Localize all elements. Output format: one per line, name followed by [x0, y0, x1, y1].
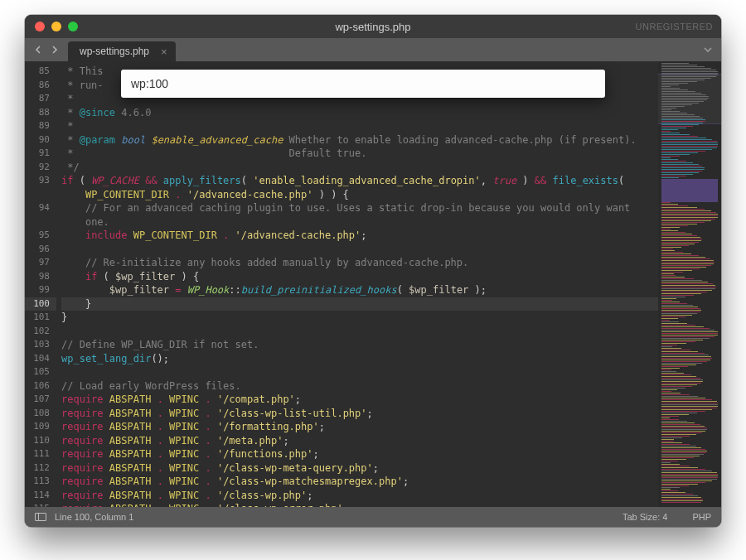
line-number: 97: [25, 256, 50, 270]
code-line: require ABSPATH . WPINC . '/formatting.p…: [61, 420, 658, 434]
line-number: 108: [25, 407, 50, 421]
line-number: [25, 215, 50, 229]
code-line: require ABSPATH . WPINC . '/compat.php';: [61, 393, 658, 407]
code-line: * Default true.: [61, 147, 658, 161]
goto-anything-value: wp:100: [131, 77, 168, 91]
line-number: 94: [25, 201, 50, 215]
code-line: require ABSPATH . WPINC . '/class-wp.php…: [61, 489, 658, 503]
code-line: * @since 4.6.0: [61, 106, 658, 120]
status-syntax[interactable]: PHP: [692, 512, 711, 522]
line-number: 85: [25, 65, 50, 79]
code-line: one.: [61, 215, 658, 229]
line-number: 102: [25, 325, 50, 339]
code-line: * @param bool $enable_advanced_cache Whe…: [61, 133, 658, 147]
goto-anything-input[interactable]: wp:100: [121, 70, 605, 98]
minimap[interactable]: [658, 61, 721, 507]
code-line: [61, 325, 658, 339]
code-line: require ABSPATH . WPINC . '/class-wp-met…: [61, 461, 658, 476]
line-number: 93: [25, 174, 50, 188]
line-number: 91: [25, 147, 50, 161]
nav-buttons: [25, 38, 68, 61]
line-number: 101: [25, 311, 50, 325]
line-number: 96: [25, 243, 50, 257]
code-line: // Define WP_LANG_DIR if not set.: [61, 338, 658, 352]
line-number: 87: [25, 92, 50, 106]
zoom-window-button[interactable]: [68, 22, 78, 31]
code-line: if ( WP_CACHE && apply_filters( 'enable_…: [61, 174, 658, 188]
code-line: require ABSPATH . WPINC . '/meta.php';: [61, 434, 658, 448]
code-area[interactable]: * This * run- * * @since 4.6.0 * * @para…: [56, 61, 658, 507]
code-line: require ABSPATH . WPINC . '/class-wp-err…: [61, 502, 658, 507]
line-number-gutter[interactable]: 8586878889909192939495969798991001011021…: [25, 61, 56, 507]
line-number: 89: [25, 119, 50, 133]
editor-window: wp-settings.php UNREGISTERED wp-settings…: [25, 15, 721, 527]
line-number: 104: [25, 352, 50, 366]
minimize-window-button[interactable]: [51, 22, 61, 31]
line-number: 99: [25, 283, 50, 297]
line-number: 112: [25, 461, 50, 476]
line-number: 107: [25, 393, 50, 407]
unregistered-label: UNREGISTERED: [636, 22, 713, 31]
nav-back-button[interactable]: [31, 43, 45, 56]
code-line: require ABSPATH . WPINC . '/class-wp-lis…: [61, 407, 658, 421]
code-line: require ABSPATH . WPINC . '/functions.ph…: [61, 447, 658, 461]
line-number: 111: [25, 447, 50, 461]
tab-label: wp-settings.php: [80, 46, 149, 57]
status-tab-size[interactable]: Tab Size: 4: [622, 512, 667, 522]
line-number: 103: [25, 338, 50, 352]
code-line: */: [61, 161, 658, 175]
line-number: 109: [25, 420, 50, 434]
code-line: wp_set_lang_dir();: [61, 352, 658, 366]
tab-active[interactable]: wp-settings.php ×: [68, 41, 176, 61]
editor-area: wp:100 858687888990919293949596979899100…: [25, 61, 721, 507]
nav-forward-button[interactable]: [48, 43, 61, 56]
tab-overflow-button[interactable]: [700, 38, 716, 61]
code-line: // Re-initialize any hooks added manuall…: [61, 256, 658, 270]
code-line: $wp_filter = WP_Hook::build_preinitializ…: [61, 283, 658, 297]
code-line: }: [61, 297, 658, 311]
titlebar: wp-settings.php UNREGISTERED: [25, 15, 721, 38]
line-number: 114: [25, 489, 50, 503]
code-line: // Load early WordPress files.: [61, 379, 658, 393]
tab-close-icon[interactable]: ×: [161, 46, 167, 58]
tab-bar: wp-settings.php ×: [25, 38, 721, 61]
window-controls: [35, 22, 78, 31]
line-number: 86: [25, 79, 50, 93]
code-line: *: [61, 119, 658, 133]
code-line: if ( $wp_filter ) {: [61, 270, 658, 284]
code-line: include WP_CONTENT_DIR . '/advanced-cach…: [61, 229, 658, 243]
panel-switcher-icon[interactable]: [35, 513, 46, 521]
line-number: 95: [25, 229, 50, 243]
line-number: 92: [25, 161, 50, 175]
line-number: 98: [25, 270, 50, 284]
close-window-button[interactable]: [35, 22, 45, 31]
line-number: [25, 188, 50, 202]
code-line: [61, 365, 658, 379]
line-number: 106: [25, 379, 50, 393]
line-number: 113: [25, 475, 50, 489]
status-cursor-position[interactable]: Line 100, Column 1: [55, 512, 133, 522]
code-line: WP_CONTENT_DIR . '/advanced-cache.php' )…: [61, 188, 658, 202]
line-number: 115: [25, 502, 50, 507]
line-number: 90: [25, 133, 50, 147]
code-line: // For an advanced caching plugin to use…: [61, 201, 658, 215]
line-number: 110: [25, 434, 50, 448]
line-number: 105: [25, 365, 50, 379]
line-number: 100: [25, 297, 56, 311]
window-title: wp-settings.php: [25, 21, 721, 33]
status-bar: Line 100, Column 1 Tab Size: 4 PHP: [25, 507, 721, 527]
code-line: [61, 243, 658, 257]
code-line: }: [61, 311, 658, 325]
code-line: require ABSPATH . WPINC . '/class-wp-mat…: [61, 475, 658, 489]
line-number: 88: [25, 106, 50, 120]
